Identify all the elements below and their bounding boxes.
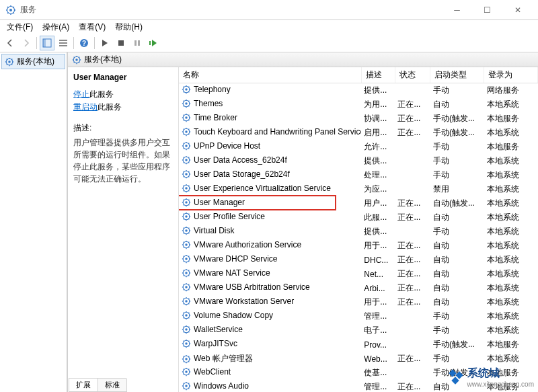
service-row[interactable]: User Experience Virtualization Service为应…: [179, 182, 538, 196]
gear-icon: [182, 198, 191, 207]
col-startup[interactable]: 启动类型: [430, 67, 484, 83]
col-name[interactable]: 名称: [179, 67, 361, 83]
tab-extended[interactable]: 扩展: [69, 379, 98, 392]
service-desc: 用于...: [361, 295, 395, 309]
service-desc: 用户...: [361, 196, 395, 210]
service-row[interactable]: VMware DHCP ServiceDHC...正在...自动本地系统: [179, 253, 538, 267]
svg-rect-20: [149, 41, 151, 45]
service-logon: 本地系统: [484, 352, 538, 366]
restart-service-link[interactable]: 重启动: [73, 102, 98, 112]
start-button[interactable]: [98, 36, 112, 50]
service-desc: 管理...: [361, 309, 395, 323]
gear-icon: [182, 381, 191, 391]
service-desc: 为应...: [361, 182, 395, 196]
maximize-button[interactable]: ☐: [472, 1, 502, 19]
view-large-button[interactable]: [40, 36, 54, 50]
menu-view[interactable]: 查看(V): [75, 20, 110, 34]
service-name: Volume Shadow Copy: [194, 311, 273, 320]
service-desc: 协调...: [361, 112, 395, 126]
toolbar: ?: [0, 34, 538, 52]
services-list[interactable]: 名称 描述 状态 启动类型 登录为 Telephony提供...手动网络服务Th…: [179, 67, 538, 392]
service-row[interactable]: User Profile Service此服...正在...自动本地系统: [179, 210, 538, 225]
gear-icon: [5, 57, 14, 67]
pause-button[interactable]: [130, 36, 145, 50]
stop-button[interactable]: [114, 36, 128, 50]
svg-rect-22: [455, 371, 463, 379]
gear-icon: [72, 55, 81, 65]
service-row[interactable]: VMware USB Arbitration ServiceArbi...正在.…: [179, 281, 538, 295]
gear-icon: [182, 268, 191, 278]
service-logon: 网络服务: [484, 83, 538, 98]
service-desc: 管理...: [361, 380, 395, 392]
service-row[interactable]: Virtual Disk提供...手动本地系统: [179, 225, 538, 239]
service-logon: 本地系统: [484, 295, 538, 309]
service-row[interactable]: User Manager用户...正在...自动(触发...本地系统: [179, 196, 538, 210]
service-startup: 手动(触发...: [430, 126, 484, 140]
gear-icon: [182, 212, 191, 221]
menu-action[interactable]: 操作(A): [38, 20, 73, 34]
service-startup: 自动(触发...: [430, 196, 484, 210]
service-name: Virtual Disk: [194, 226, 234, 235]
back-button[interactable]: [3, 36, 17, 50]
close-button[interactable]: ✕: [502, 1, 533, 19]
service-row[interactable]: Web 帐户管理器Web...正在...手动本地系统: [179, 352, 538, 366]
service-row[interactable]: Telephony提供...手动网络服务: [179, 83, 538, 98]
service-row[interactable]: VMware Workstation Server用于...正在...自动本地系…: [179, 295, 538, 309]
service-logon: 本地系统: [484, 97, 538, 112]
service-row[interactable]: Themes为用...正在...自动本地系统: [179, 97, 538, 112]
gear-icon: [182, 254, 191, 264]
service-row[interactable]: UPnP Device Host允许...手动本地服务: [179, 140, 538, 154]
service-name: User Experience Virtualization Service: [194, 184, 331, 193]
svg-rect-13: [59, 42, 67, 44]
help-button[interactable]: ?: [77, 36, 91, 50]
service-desc: Web...: [361, 352, 395, 366]
service-startup: 手动: [430, 154, 484, 168]
service-status: 正在...: [395, 267, 430, 281]
service-logon: 本地系统: [484, 182, 538, 196]
menu-help[interactable]: 帮助(H): [111, 20, 147, 34]
service-row[interactable]: Volume Shadow Copy管理...手动本地系统: [179, 309, 538, 323]
title-bar: 服务 ─ ☐ ✕: [0, 0, 538, 20]
service-name: VMware DHCP Service: [194, 254, 277, 264]
service-desc: 启用...: [361, 126, 395, 140]
service-row[interactable]: WalletService电子...手动本地系统: [179, 323, 538, 338]
service-row[interactable]: WarpJITSvcProv...手动(触发...本地服务: [179, 338, 538, 352]
menu-file[interactable]: 文件(F): [3, 20, 37, 34]
selected-service-name: User Manager: [73, 73, 173, 82]
service-startup: 手动: [430, 309, 484, 323]
gear-icon: [182, 240, 191, 249]
tree-root-services[interactable]: 服务(本地): [1, 54, 65, 69]
service-name: UPnP Device Host: [194, 141, 260, 151]
col-desc[interactable]: 描述: [361, 67, 395, 83]
service-name: Web 帐户管理器: [194, 353, 253, 364]
gear-icon: [182, 127, 191, 136]
minimize-button[interactable]: ─: [442, 1, 472, 19]
service-logon: 本地系统: [484, 196, 538, 210]
restart-button[interactable]: [146, 36, 161, 50]
service-startup: 手动(触发...: [430, 338, 484, 352]
forward-button[interactable]: [19, 36, 34, 50]
view-detail-button[interactable]: [56, 36, 71, 50]
svg-rect-11: [43, 39, 46, 47]
service-name: WalletService: [194, 325, 243, 334]
service-logon: 本地系统: [484, 154, 538, 168]
gear-icon: [182, 311, 191, 320]
col-logon[interactable]: 登录为: [484, 67, 538, 83]
service-row[interactable]: VMware Authorization Service用于...正在...自动…: [179, 239, 538, 253]
tab-standard[interactable]: 标准: [98, 379, 127, 392]
description-label: 描述:: [73, 122, 173, 134]
window-title: 服务: [20, 4, 442, 15]
service-desc: DHC...: [361, 253, 395, 267]
service-name: User Manager: [194, 198, 245, 207]
gear-icon: [182, 282, 191, 292]
stop-service-link[interactable]: 停止: [73, 89, 89, 99]
service-name: VMware NAT Service: [194, 268, 270, 278]
svg-rect-21: [449, 369, 456, 377]
service-row[interactable]: Time Broker协调...正在...手动(触发...本地服务: [179, 112, 538, 126]
col-status[interactable]: 状态: [395, 67, 430, 83]
service-row[interactable]: Touch Keyboard and Handwriting Panel Ser…: [179, 126, 538, 140]
menu-bar: 文件(F) 操作(A) 查看(V) 帮助(H): [0, 20, 538, 34]
service-row[interactable]: User Data Storage_62b24f处理...手动本地系统: [179, 168, 538, 182]
service-row[interactable]: User Data Access_62b24f提供...手动本地系统: [179, 154, 538, 168]
service-row[interactable]: VMware NAT ServiceNet...正在...自动本地系统: [179, 267, 538, 281]
